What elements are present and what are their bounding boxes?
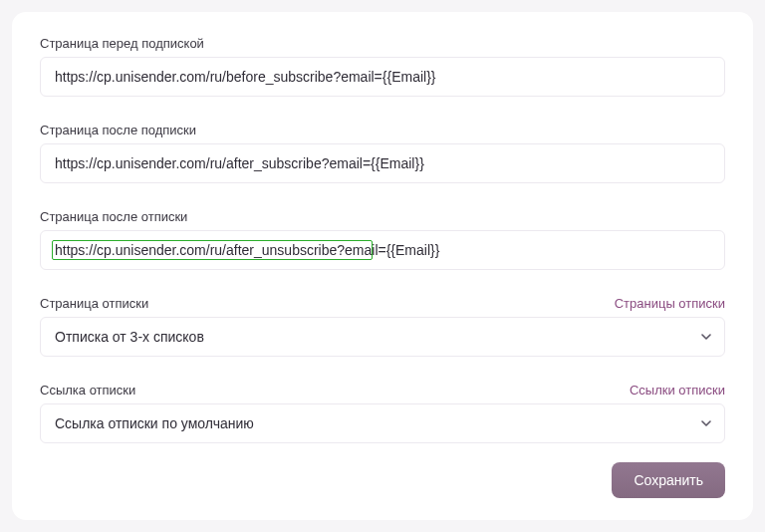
- field-after-unsubscribe: Страница после отписки: [40, 209, 725, 270]
- input-after-subscribe[interactable]: [40, 143, 725, 183]
- input-wrap-after-unsubscribe: [40, 230, 725, 270]
- select-wrap-unsubscribe-page: Отписка от 3-х списков: [40, 317, 725, 357]
- select-unsubscribe-page[interactable]: Отписка от 3-х списков: [40, 317, 725, 357]
- label-before-subscribe: Страница перед подпиской: [40, 36, 204, 51]
- field-unsubscribe-link: Ссылка отписки Ссылки отписки Ссылка отп…: [40, 383, 725, 443]
- label-after-unsubscribe: Страница после отписки: [40, 209, 187, 224]
- input-before-subscribe[interactable]: [40, 57, 725, 97]
- footer-row: Сохранить: [612, 462, 725, 498]
- save-button[interactable]: Сохранить: [612, 462, 725, 498]
- label-row: Страница отписки Страницы отписки: [40, 296, 725, 311]
- settings-card: Страница перед подпиской Страница после …: [12, 12, 753, 520]
- label-row: Ссылка отписки Ссылки отписки: [40, 383, 725, 398]
- label-after-subscribe: Страница после подписки: [40, 123, 196, 137]
- help-link-unsubscribe-page[interactable]: Страницы отписки: [615, 296, 725, 311]
- field-unsubscribe-page: Страница отписки Страницы отписки Отписк…: [40, 296, 725, 357]
- label-row: Страница после подписки: [40, 123, 725, 137]
- label-unsubscribe-link: Ссылка отписки: [40, 383, 135, 398]
- input-after-unsubscribe[interactable]: [40, 230, 725, 270]
- select-unsubscribe-link[interactable]: Ссылка отписки по умолчанию: [40, 403, 725, 443]
- label-row: Страница перед подпиской: [40, 36, 725, 51]
- select-wrap-unsubscribe-link: Ссылка отписки по умолчанию: [40, 403, 725, 443]
- field-before-subscribe: Страница перед подпиской: [40, 36, 725, 97]
- help-link-unsubscribe-link[interactable]: Ссылки отписки: [630, 383, 725, 398]
- label-unsubscribe-page: Страница отписки: [40, 296, 148, 311]
- field-after-subscribe: Страница после подписки: [40, 123, 725, 183]
- label-row: Страница после отписки: [40, 209, 725, 224]
